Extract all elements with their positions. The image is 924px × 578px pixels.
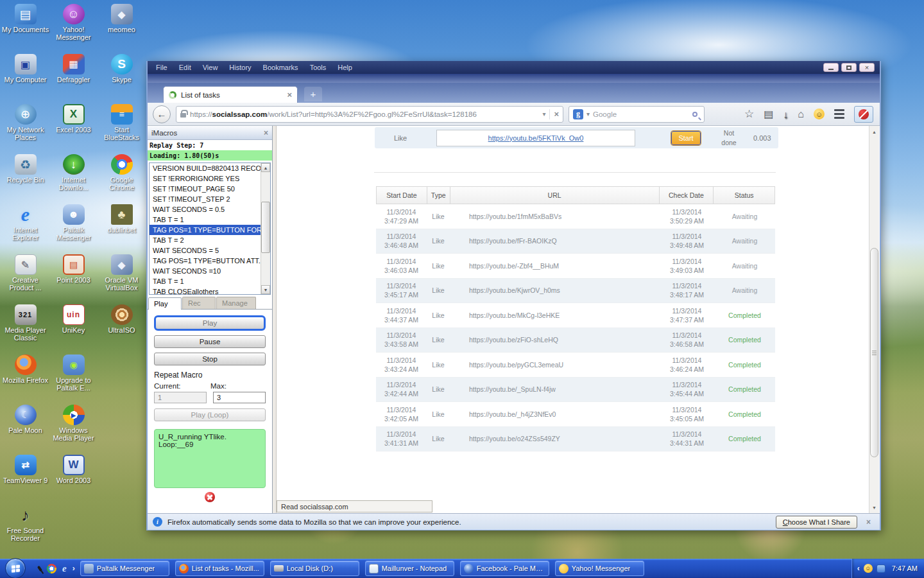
task-url-field[interactable]: https://youtu.be/5FKTiVk_Ow0 bbox=[436, 130, 635, 146]
cell-url[interactable]: https://youtu.be/MkCg-l3eHKE bbox=[450, 303, 660, 328]
desktop-icon[interactable]: ◉ Upgrade to Paltalk E... bbox=[49, 355, 98, 405]
desktop-icon[interactable]: ↓ Internet Downlo... bbox=[49, 154, 98, 204]
macro-list-scrollbar[interactable]: ▲ ▼ bbox=[261, 163, 270, 294]
stop-loop-icon[interactable] bbox=[205, 492, 215, 502]
macro-line[interactable]: WAIT SECONDS = 0.5 bbox=[150, 204, 261, 215]
cell-url[interactable]: https://youtu.be/KjwrOV_h0ms bbox=[450, 279, 660, 303]
macro-line[interactable]: TAB T = 1 bbox=[150, 276, 261, 286]
cell-url[interactable]: https://youtu.be/fFr-BAOIKzQ bbox=[450, 229, 660, 254]
cell-url[interactable]: https://youtu.be/o24ZSs549ZY bbox=[450, 427, 660, 451]
menu-item[interactable]: Bookmarks bbox=[259, 62, 303, 73]
scroll-down-icon[interactable]: ▼ bbox=[261, 285, 270, 294]
macro-line[interactable]: TAG POS=1 TYPE=BUTTON FOR... bbox=[150, 225, 261, 235]
taskbar-button[interactable]: List of tasks - Mozill... bbox=[175, 561, 264, 576]
scrollbar-thumb[interactable] bbox=[870, 248, 878, 457]
macro-line[interactable]: SET !TIMEOUT_STEP 2 bbox=[150, 194, 261, 204]
macro-line[interactable]: WAIT SECONDS =10 bbox=[150, 266, 261, 276]
search-icon[interactable] bbox=[692, 112, 697, 117]
maximize-icon[interactable] bbox=[841, 63, 857, 72]
desktop-icon[interactable]: ▤ My Documents bbox=[1, 4, 49, 54]
notification-close-icon[interactable]: × bbox=[862, 518, 875, 527]
max-loop-field[interactable]: 3 bbox=[213, 392, 266, 403]
taskbar-button[interactable]: Local Disk (D:) bbox=[270, 561, 359, 576]
new-tab-button[interactable]: + bbox=[304, 87, 322, 101]
downloads-icon[interactable]: ↓ bbox=[783, 110, 788, 120]
macro-line[interactable]: TAB CLOSEallothers bbox=[150, 286, 261, 294]
desktop-icon[interactable]: ⇄ TeamViewer 9 bbox=[1, 455, 49, 505]
search-bar[interactable]: g ▾ Google bbox=[569, 106, 705, 123]
stop-button[interactable]: Stop bbox=[154, 353, 266, 365]
cell-url[interactable]: https://youtu.be/1fmM5xBaBVs bbox=[450, 204, 660, 229]
cell-url[interactable]: https://youtu.be/pyGCL3emeaU bbox=[450, 353, 660, 377]
yahoo-messenger-toolbar-icon[interactable]: ☺ bbox=[814, 109, 825, 119]
yahoo-tray-icon[interactable]: ☺ bbox=[864, 564, 873, 573]
tab-rec[interactable]: Rec bbox=[182, 297, 216, 309]
desktop-icon[interactable]: UltraISO bbox=[98, 304, 146, 355]
desktop-icon[interactable]: ▣ My Computer bbox=[1, 54, 49, 104]
desktop-icon[interactable]: ✎ Creative Product ... bbox=[1, 254, 49, 304]
choose-what-i-share-button[interactable]: Choose What I Share bbox=[776, 516, 857, 529]
pause-button[interactable]: Pause bbox=[154, 335, 266, 348]
quicklaunch-expand-icon[interactable]: › bbox=[73, 564, 75, 573]
cell-url[interactable]: https://youtu.be/_h4jZ3NfEv0 bbox=[450, 402, 660, 426]
desktop-icon[interactable]: ▦ Defraggler bbox=[49, 54, 98, 104]
desktop-icon[interactable]: ♪ Free Sound Recorder bbox=[1, 505, 49, 555]
desktop-icon[interactable]: Mozilla Firefox bbox=[1, 355, 49, 405]
desktop-icon[interactable]: ◆ meomeo bbox=[98, 4, 146, 54]
desktop-icon[interactable]: ≡ Start BlueStacks bbox=[98, 104, 146, 154]
search-engine-dropdown-icon[interactable]: ▾ bbox=[586, 110, 590, 118]
play-loop-button[interactable]: Play (Loop) bbox=[154, 408, 266, 421]
scroll-down-icon[interactable]: ▼ bbox=[870, 503, 878, 512]
menu-item[interactable]: File bbox=[151, 62, 172, 73]
tab-close-icon[interactable]: × bbox=[287, 91, 292, 99]
desktop-icon[interactable]: e Internet Explorer bbox=[1, 204, 49, 254]
macro-line[interactable]: VERSION BUILD=8820413 RECO... bbox=[150, 163, 261, 173]
desktop-icon[interactable]: 321 Media Player Classic bbox=[1, 304, 49, 355]
stop-load-icon[interactable]: × bbox=[554, 109, 559, 119]
ie-quicklaunch-icon[interactable]: e bbox=[62, 564, 67, 574]
desktop-icon[interactable]: W Word 2003 bbox=[49, 455, 98, 505]
desktop-icon[interactable]: S Skype bbox=[98, 54, 146, 104]
bookmarks-menu-icon[interactable]: ▤ bbox=[764, 109, 773, 119]
tray-expand-icon[interactable]: ‹ bbox=[857, 564, 860, 573]
cell-url[interactable]: https://youtu.be/-Zbf4__BHuM bbox=[450, 254, 660, 278]
messenger-tray-icon[interactable] bbox=[877, 565, 886, 573]
back-button[interactable]: ← bbox=[153, 105, 171, 123]
menu-hamburger-icon[interactable] bbox=[834, 109, 844, 119]
task-url-link[interactable]: https://youtu.be/5FKTiVk_Ow0 bbox=[488, 134, 584, 142]
taskbar-button[interactable]: Facebook - Pale Moon bbox=[460, 561, 549, 576]
macro-line[interactable]: SET !TIMEOUT_PAGE 50 bbox=[150, 184, 261, 194]
menu-item[interactable]: View bbox=[198, 62, 223, 73]
play-button[interactable]: Play bbox=[154, 315, 266, 331]
scrollbar-thumb[interactable] bbox=[261, 202, 270, 253]
macro-line[interactable]: TAB T = 2 bbox=[150, 235, 261, 245]
url-bar[interactable]: https://socialssap.com/work/List?url=htt… bbox=[176, 106, 563, 123]
start-button[interactable]: Start bbox=[671, 131, 701, 145]
cell-url[interactable]: https://youtu.be/_SpuLN-f4jw bbox=[450, 378, 660, 402]
desktop-icon[interactable]: ♣ dublinbet bbox=[98, 204, 146, 254]
desktop-icon[interactable]: ☺ Yahoo! Messenger bbox=[49, 4, 98, 54]
menu-item[interactable]: Edit bbox=[175, 62, 196, 73]
bookmark-star-icon[interactable]: ☆ bbox=[744, 109, 754, 119]
desktop-icon[interactable]: ▤ Point 2003 bbox=[49, 254, 98, 304]
desktop-icon[interactable]: Google Chrome bbox=[98, 154, 146, 204]
close-icon[interactable]: × bbox=[859, 63, 875, 72]
macro-line[interactable]: WAIT SECONDS = 5 bbox=[150, 245, 261, 256]
desktop-icon[interactable]: X Excel 2003 bbox=[49, 104, 98, 154]
current-loop-field[interactable]: 1 bbox=[154, 392, 207, 403]
scroll-up-icon[interactable]: ▲ bbox=[261, 163, 270, 172]
imacros-toolbar-button[interactable] bbox=[854, 106, 873, 123]
desktop-icon[interactable]: uin UniKey bbox=[49, 304, 98, 355]
menu-item[interactable]: Tools bbox=[305, 62, 331, 73]
desktop-icon[interactable]: ☻ Paltalk Messenger bbox=[49, 204, 98, 254]
desktop-icon[interactable]: ♻ Recycle Bin bbox=[1, 154, 49, 204]
desktop-icon[interactable]: ◆ Oracle VM VirtualBox bbox=[98, 254, 146, 304]
desktop-icon[interactable]: ☾ Pale Moon bbox=[1, 405, 49, 455]
taskbar-button[interactable]: Maillunver - Notepad bbox=[365, 561, 454, 576]
scroll-up-icon[interactable]: ▲ bbox=[870, 127, 878, 136]
start-button-orb[interactable] bbox=[5, 558, 26, 578]
imacros-close-icon[interactable]: × bbox=[264, 128, 268, 137]
desktop-icon[interactable]: ⊕ My Network Places bbox=[1, 104, 49, 154]
tab-list-of-tasks[interactable]: List of tasks × bbox=[163, 86, 298, 103]
macro-line[interactable]: TAG POS=1 TYPE=BUTTON ATT... bbox=[150, 256, 261, 266]
